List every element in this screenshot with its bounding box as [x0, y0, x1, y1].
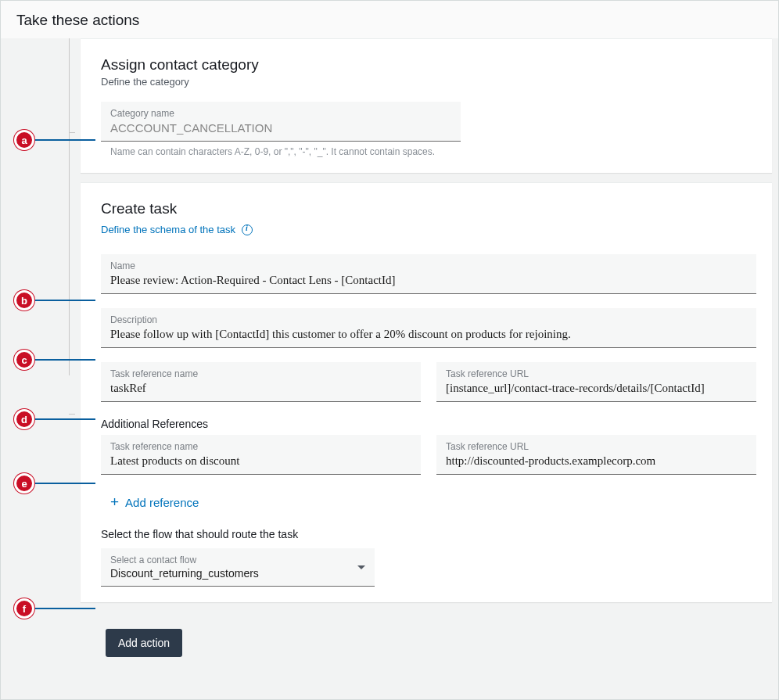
create-task-heading: Create task — [101, 200, 756, 217]
task-name-value: Please review: Action-Required - Contact… — [110, 274, 747, 287]
add-action-button[interactable]: Add action — [106, 629, 182, 657]
callout-b: b — [14, 290, 34, 311]
task-ref-url-label: Task reference URL — [446, 368, 747, 379]
additional-ref-url-value: http://discounted-products.examplecorp.c… — [446, 454, 747, 468]
task-ref-url-field[interactable]: Task reference URL [instance_url]/contac… — [436, 362, 756, 402]
assign-category-subtitle: Define the category — [101, 76, 756, 88]
callout-line — [34, 483, 95, 484]
task-ref-url-value: [instance_url]/contact-trace-records/det… — [446, 382, 747, 395]
additional-ref-name-field[interactable]: Task reference name Latest products on d… — [101, 435, 421, 475]
callout-d: d — [14, 409, 34, 429]
task-ref-name-label: Task reference name — [110, 368, 411, 379]
additional-ref-name-label: Task reference name — [110, 441, 411, 452]
plus-icon: + — [110, 494, 119, 511]
assign-category-card: Assign contact category Define the categ… — [81, 38, 772, 173]
additional-ref-name-value: Latest products on discount — [110, 454, 411, 468]
task-description-label: Description — [110, 314, 747, 325]
add-reference-button[interactable]: + Add reference — [110, 494, 199, 511]
tree-tick — [69, 414, 75, 415]
tree-tick — [69, 132, 75, 133]
category-name-label: Category name — [110, 108, 451, 119]
assign-category-heading: Assign contact category — [101, 56, 756, 74]
create-task-subtitle-text: Define the schema of the task — [101, 224, 235, 235]
contact-flow-value: Discount_returning_customers — [110, 567, 259, 580]
task-description-value: Please follow up with [ContactId] this c… — [110, 328, 747, 341]
callout-c: c — [14, 350, 34, 370]
category-name-hint: Name can contain characters A-Z, 0-9, or… — [101, 142, 445, 157]
task-name-field[interactable]: Name Please review: Action-Required - Co… — [101, 254, 756, 294]
chevron-down-icon — [357, 565, 365, 569]
additional-ref-url-label: Task reference URL — [446, 441, 747, 452]
callout-line — [34, 418, 95, 420]
add-reference-label: Add reference — [125, 496, 199, 509]
callout-a: a — [14, 130, 34, 150]
additional-ref-url-field[interactable]: Task reference URL http://discounted-pro… — [436, 435, 756, 475]
contact-flow-dropdown[interactable]: Select a contact flow Discount_returning… — [101, 548, 375, 587]
callout-line — [34, 139, 95, 141]
category-name-value: ACCCOUNT_CANCELLATION — [110, 121, 451, 135]
callout-f: f — [14, 598, 34, 619]
task-ref-name-value: taskRef — [110, 382, 411, 395]
info-icon[interactable] — [242, 224, 253, 235]
create-task-subtitle-link[interactable]: Define the schema of the task — [101, 224, 253, 235]
category-name-field[interactable]: Category name ACCCOUNT_CANCELLATION — [101, 102, 461, 142]
page-title: Take these actions — [1, 1, 778, 38]
additional-references-heading: Additional References — [101, 418, 756, 430]
callout-line — [34, 608, 95, 609]
callout-line — [34, 359, 95, 361]
flow-select-label: Select the flow that should route the ta… — [101, 528, 756, 540]
create-task-card: Create task Define the schema of the tas… — [81, 182, 772, 602]
task-description-field[interactable]: Description Please follow up with [Conta… — [101, 308, 756, 348]
callout-line — [34, 300, 95, 301]
tree-line — [69, 38, 70, 375]
contact-flow-label: Select a contact flow — [110, 555, 259, 565]
callout-e: e — [14, 473, 34, 494]
task-ref-name-field[interactable]: Task reference name taskRef — [101, 362, 421, 402]
task-name-label: Name — [110, 260, 747, 271]
